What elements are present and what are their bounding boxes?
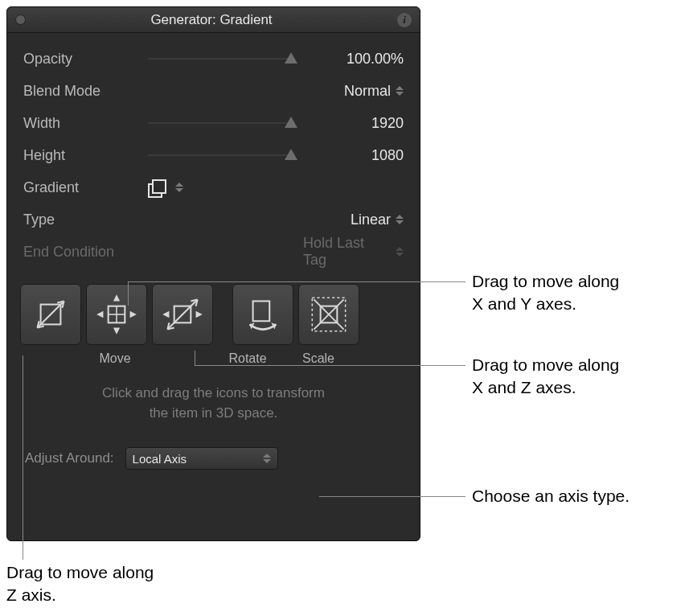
opacity-label: Opacity	[23, 51, 148, 68]
svg-line-10	[167, 299, 197, 329]
row-height: Height 1080	[23, 139, 404, 171]
stepper-icon	[396, 215, 404, 224]
move-xy-tool[interactable]	[86, 284, 147, 345]
callout-move-xz: Drag to move along X and Z axes.	[472, 354, 681, 400]
row-gradient: Gradient	[23, 171, 404, 203]
svg-marker-7	[96, 311, 103, 318]
rotate-tool[interactable]	[232, 284, 293, 345]
width-slider[interactable]	[148, 115, 315, 131]
adjust-around-select[interactable]: Local Axis	[125, 447, 278, 470]
end-condition-label: End Condition	[23, 244, 148, 261]
width-label: Width	[23, 115, 148, 132]
row-width: Width 1920	[23, 107, 404, 139]
callout-move-xy: Drag to move along X and Y axes.	[472, 270, 681, 316]
move-z-icon	[26, 290, 76, 339]
inspector-panel: Generator: Gradient i Opacity 100.00% Bl…	[6, 6, 420, 541]
width-value[interactable]: 1920	[315, 115, 404, 132]
end-condition-value: Hold Last Tag	[303, 235, 391, 269]
row-end-condition: End Condition Hold Last Tag	[23, 236, 404, 268]
parameter-list: Opacity 100.00% Blend Mode Normal Width …	[7, 33, 420, 268]
rotate-icon	[238, 290, 288, 339]
row-blend-mode: Blend Mode Normal	[23, 75, 404, 107]
stepper-icon	[396, 86, 404, 96]
blend-mode-select[interactable]: Normal	[303, 83, 404, 100]
transform-hint: Click and drag the icons to transform th…	[20, 384, 407, 423]
row-opacity: Opacity 100.00%	[23, 43, 404, 75]
opacity-slider[interactable]	[148, 51, 315, 67]
svg-marker-5	[113, 294, 120, 301]
blend-mode-label: Blend Mode	[23, 83, 148, 100]
scale-icon	[304, 290, 354, 339]
height-label: Height	[23, 147, 148, 164]
type-label: Type	[23, 211, 148, 228]
svg-marker-11	[162, 311, 169, 318]
row-type: Type Linear	[23, 203, 404, 236]
type-value: Linear	[351, 211, 391, 228]
info-icon[interactable]: i	[397, 13, 412, 27]
height-value[interactable]: 1080	[315, 147, 404, 164]
move-label: Move	[20, 351, 210, 366]
svg-rect-13	[253, 301, 270, 321]
window-title: Generator: Gradient	[26, 12, 397, 28]
callout-move-z: Drag to move along Z axis.	[6, 561, 215, 607]
adjust-around-label: Adjust Around:	[25, 450, 114, 466]
adjust-around-row: Adjust Around: Local Axis	[20, 447, 407, 470]
svg-marker-8	[130, 311, 137, 318]
tool-labels: Move Rotate Scale	[20, 351, 407, 366]
close-window-button[interactable]	[15, 14, 26, 25]
gradient-preset-icon[interactable]	[148, 179, 164, 195]
move-z-tool[interactable]	[20, 284, 81, 345]
gradient-label: Gradient	[23, 179, 148, 196]
opacity-value[interactable]: 100.00%	[315, 51, 404, 68]
move-xz-tool[interactable]	[152, 284, 213, 345]
svg-marker-6	[113, 328, 120, 335]
end-condition-select: Hold Last Tag	[303, 235, 404, 269]
callout-axis-type: Choose an axis type.	[472, 485, 681, 507]
rotate-label: Rotate	[210, 351, 285, 366]
type-select[interactable]: Linear	[303, 211, 404, 228]
transform-controls: Move Rotate Scale Click and drag the ico…	[7, 277, 420, 481]
stepper-icon	[396, 247, 404, 257]
blend-mode-value: Normal	[344, 83, 391, 100]
scale-label: Scale	[285, 351, 351, 366]
move-xy-icon	[92, 290, 141, 339]
adjust-around-value: Local Axis	[133, 452, 187, 466]
scale-tool[interactable]	[298, 284, 359, 345]
height-slider[interactable]	[148, 147, 315, 163]
move-xz-icon	[158, 290, 207, 339]
svg-marker-12	[196, 311, 203, 318]
gradient-stepper[interactable]	[175, 183, 183, 192]
chevron-updown-icon	[263, 454, 271, 463]
titlebar: Generator: Gradient i	[7, 7, 420, 33]
